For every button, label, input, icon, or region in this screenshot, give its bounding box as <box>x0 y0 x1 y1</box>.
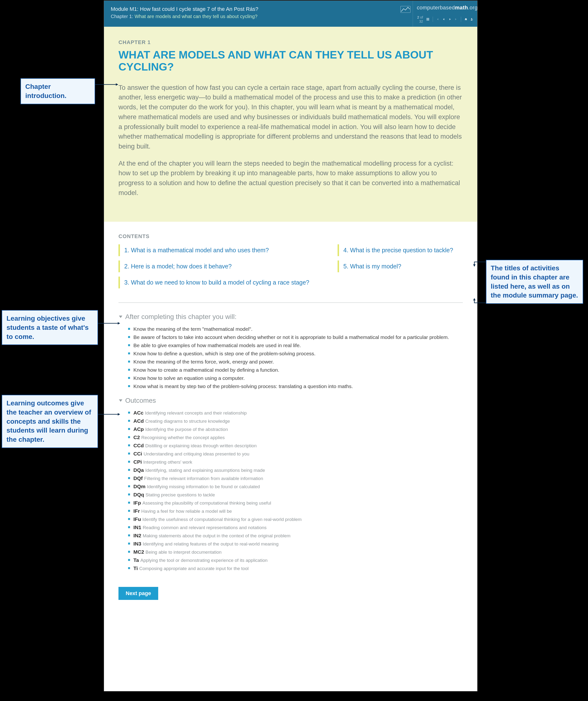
objective-item: Know the meaning of the terms force, wor… <box>128 358 463 366</box>
outcome-item: TiComposing appropriate and accurate inp… <box>128 564 463 572</box>
page-indicator: 2 of 32 <box>417 15 423 23</box>
outcome-description: Identify the usefulness of computational… <box>143 517 302 522</box>
outcomes-toggle[interactable]: Outcomes <box>119 397 463 405</box>
header-chart-icon[interactable] <box>398 6 413 27</box>
outcome-item: IFrHaving a feel for how reliable a mode… <box>128 507 463 515</box>
body-area: CONTENTS 1. What is a mathematical model… <box>104 222 477 614</box>
objective-item: Know how to define a question, which is … <box>128 349 463 358</box>
outcome-code: IFr <box>134 508 140 514</box>
callout-box: Chapter introduction. <box>20 78 95 104</box>
outcome-description: Identifying the purpose of the abstracti… <box>145 427 228 432</box>
outcome-item: TaApplying the tool or demonstrating exp… <box>128 556 463 564</box>
outcome-description: Filtering the relevant information from … <box>144 476 263 481</box>
objectives-section: After completing this chapter you will: … <box>119 313 463 391</box>
objectives-heading: After completing this chapter you will: <box>125 313 236 321</box>
outcome-code: CPi <box>134 459 142 465</box>
outcome-code: Ti <box>134 565 138 571</box>
svg-rect-5 <box>428 19 429 20</box>
svg-rect-8 <box>428 20 429 20</box>
chevron-down-icon <box>119 399 122 402</box>
contents-list: 1. What is a mathematical model and who … <box>119 244 463 293</box>
outcome-code: IN2 <box>134 533 141 538</box>
svg-rect-4 <box>427 19 428 20</box>
outcome-description: Assessing the plausibility of computatio… <box>143 500 271 505</box>
nav-last-icon[interactable] <box>454 17 457 22</box>
outcome-code: DQq <box>134 492 144 497</box>
svg-rect-6 <box>426 20 427 20</box>
chevron-down-icon <box>119 315 122 318</box>
outcome-item: ACpIdentifying the purpose of the abstra… <box>128 425 463 433</box>
callout-text: Learning outcomes give the teacher an ov… <box>6 399 91 443</box>
outcome-item: DQaIdentifying, stating and explaining a… <box>128 466 463 474</box>
outcome-description: Making statements about the output in th… <box>143 533 290 538</box>
outcome-description: Creating diagrams to structure knowledge <box>145 419 230 424</box>
contents-link[interactable]: 4. What is the precise question to tackl… <box>338 244 463 256</box>
grid-view-icon[interactable] <box>426 17 429 22</box>
svg-rect-2 <box>428 18 429 19</box>
outcome-description: Composing appropriate and accurate input… <box>139 566 248 571</box>
svg-rect-7 <box>427 20 428 20</box>
objective-item: Be able to give examples of how mathemat… <box>128 341 463 349</box>
outcome-code: DQf <box>134 475 143 481</box>
outcome-item: DQmIdentifying missing information to be… <box>128 482 463 491</box>
callout-box: Learning outcomes give the teacher an ov… <box>2 395 98 448</box>
outcome-code: DQa <box>134 467 144 473</box>
outcome-item: DQqStating precise questions to tackle <box>128 491 463 499</box>
callout-box: The titles of activities found in this c… <box>486 260 583 304</box>
objectives-toggle[interactable]: After completing this chapter you will: <box>119 313 463 321</box>
chapter-breadcrumb[interactable]: Chapter 1: What are models and what can … <box>111 14 392 19</box>
outcome-item: ACdCreating diagrams to structure knowle… <box>128 417 463 425</box>
chapter-title: WHAT ARE MODELS AND WHAT CAN THEY TELL U… <box>119 49 463 73</box>
objective-item: Know the meaning of the term "mathematic… <box>128 325 463 333</box>
objective-item: Know how to solve an equation using a co… <box>128 374 463 382</box>
outcome-description: Being able to interpret documentation <box>146 549 221 555</box>
contents-link[interactable]: 3. What do we need to know to build a mo… <box>119 277 328 288</box>
objective-item: Know how to create a mathematical model … <box>128 366 463 374</box>
contents-column: 1. What is a mathematical model and who … <box>119 244 328 293</box>
chapter-prefix: Chapter 1: <box>111 14 133 19</box>
outcome-code: CCi <box>134 451 142 456</box>
callout-text: Learning objectives give students a tast… <box>6 315 88 340</box>
outcome-item: DQfFiltering the relevant information fr… <box>128 474 463 482</box>
next-page-button[interactable]: Next page <box>119 587 158 600</box>
outcome-description: Identifying relevant concepts and their … <box>145 411 246 416</box>
outcome-description: Identifying and relating features of the… <box>143 541 278 546</box>
contents-link[interactable]: 1. What is a mathematical model and who … <box>119 244 328 256</box>
outcome-description: Stating precise questions to tackle <box>146 492 215 497</box>
outcome-item: CCdDistilling or explaining ideas throug… <box>128 442 463 450</box>
objective-item: Know what is meant by step two of the pr… <box>128 382 463 391</box>
svg-point-9 <box>471 18 472 19</box>
contents-column: 4. What is the precise question to tackl… <box>338 244 463 293</box>
outcome-item: IFpAssessing the plausibility of computa… <box>128 499 463 507</box>
outcome-code: IFp <box>134 500 141 505</box>
brand-logo[interactable]: computerbasedmath.org <box>417 5 473 11</box>
outcomes-section: Outcomes ACcIdentifying relevant concept… <box>119 397 463 572</box>
outcome-description: Applying the tool or demonstrating exper… <box>140 558 267 563</box>
nav-next-icon[interactable] <box>448 17 451 22</box>
contents-link[interactable]: 5. What is my model? <box>338 260 463 272</box>
module-breadcrumb[interactable]: Module M1: How fast could I cycle stage … <box>111 6 392 12</box>
outcome-description: Recognising whether the concept applies <box>141 435 225 440</box>
outcome-code: ACd <box>134 418 144 424</box>
svg-rect-0 <box>426 18 427 19</box>
header-breadcrumb: Module M1: How fast could I cycle stage … <box>104 1 398 27</box>
outcome-description: Identifying, stating and explaining assu… <box>145 468 265 473</box>
nav-controls: 2 of 32 <box>417 15 473 23</box>
outcome-code: IFu <box>134 516 141 522</box>
svg-rect-3 <box>426 19 427 20</box>
home-icon[interactable] <box>464 17 467 22</box>
outcome-description: Distilling or explaining ideas through w… <box>145 443 257 448</box>
user-menu-icon[interactable] <box>470 17 473 22</box>
callout-box: Learning objectives give students a tast… <box>2 310 98 345</box>
header-bar: Module M1: How fast could I cycle stage … <box>104 1 477 27</box>
outcome-item: IN2Making statements about the output in… <box>128 531 463 540</box>
contents-heading: CONTENTS <box>119 233 463 240</box>
nav-first-icon[interactable] <box>436 17 439 22</box>
outcome-code: Ta <box>134 557 139 563</box>
outcome-item: IN1Reading common and relevant represent… <box>128 523 463 531</box>
outcome-description: Interpreting others' work <box>143 460 192 465</box>
outcome-code: MC2 <box>134 549 144 555</box>
contents-link[interactable]: 2. Here is a model; how does it behave? <box>119 260 328 272</box>
nav-prev-icon[interactable] <box>442 17 445 22</box>
outcome-item: IN3Identifying and relating features of … <box>128 540 463 548</box>
